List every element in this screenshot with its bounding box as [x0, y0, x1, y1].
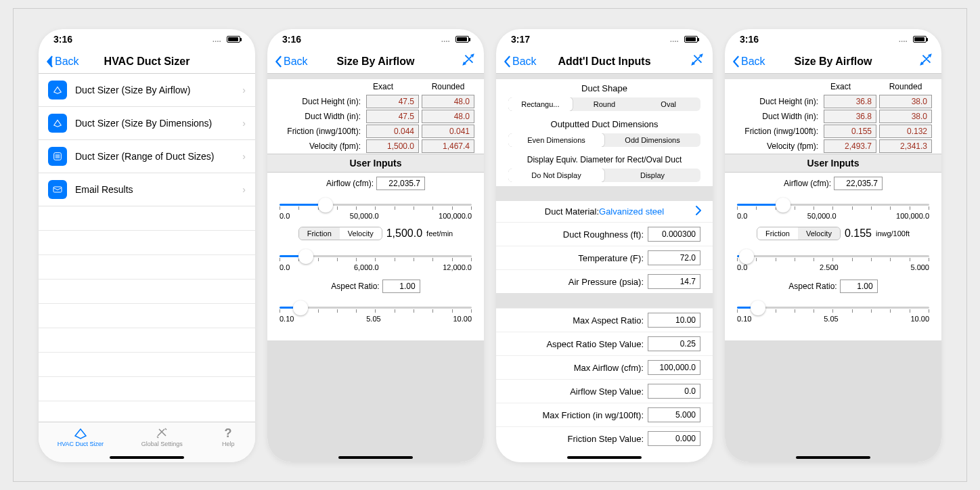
cell-signal-icon: ....	[213, 36, 221, 43]
fv-value-input[interactable]: 0.155	[845, 227, 872, 240]
nav-bar: Back Addt'l Duct Inputs	[496, 49, 713, 74]
empty-row	[39, 353, 255, 377]
page-title: Size By Airflow	[795, 55, 872, 68]
slider-labels: 0.10 5.05 10.00	[267, 315, 484, 323]
back-label: Back	[512, 55, 537, 68]
airflow-input[interactable]: 22,035.7	[834, 177, 883, 190]
aspect-ratio-input[interactable]: 1.00	[382, 280, 420, 293]
back-button[interactable]: Back	[732, 55, 765, 68]
menu-row-dimensions[interactable]: Duct Sizer (Size By Dimensions) ›	[39, 107, 255, 140]
airflow-slider[interactable]	[737, 196, 929, 210]
airflow-input[interactable]: 22,035.7	[376, 177, 425, 190]
aspect-ratio-slider[interactable]	[280, 298, 472, 313]
airflow-slider[interactable]	[280, 196, 472, 210]
friction-velocity-segment[interactable]: Friction Velocity	[298, 227, 382, 240]
result-label: Duct Width (in):	[277, 112, 363, 121]
seg-velocity[interactable]: Velocity	[340, 227, 382, 240]
aspect-ratio-slider[interactable]	[737, 298, 929, 313]
fv-slider[interactable]	[280, 247, 472, 262]
equiv-label: Display Equiv. Diameter for Rect/Oval Du…	[496, 151, 713, 167]
friction-step-input[interactable]: 0.000	[648, 431, 700, 446]
cell-signal-icon: ....	[441, 36, 450, 43]
tab-duct-sizer[interactable]: HVAC Duct Sizer	[58, 426, 104, 447]
tools-button[interactable]	[918, 52, 933, 70]
max-aspect-input[interactable]: 10.00	[648, 313, 700, 328]
result-exact: 2,493.7	[824, 139, 876, 153]
temperature-input[interactable]: 72.0	[648, 250, 700, 265]
slider-min: 0.0	[280, 263, 290, 271]
menu-row-email[interactable]: Email Results ›	[39, 173, 255, 206]
result-rounded: 0.041	[422, 125, 474, 138]
slider-max: 10.00	[453, 315, 472, 323]
nav-bar: Back HVAC Duct Sizer	[39, 49, 255, 74]
tab-global-settings[interactable]: Global Settings	[141, 426, 183, 447]
equiv-segment[interactable]: Do Not Display Display	[508, 169, 700, 182]
seg-display[interactable]: Display	[604, 169, 700, 182]
fv-slider[interactable]	[737, 247, 929, 262]
airflow-step-input[interactable]: 0.0	[648, 384, 700, 399]
max-friction-input[interactable]: 5.000	[648, 407, 700, 422]
seg-round[interactable]: Round	[573, 97, 637, 111]
back-label: Back	[741, 55, 765, 68]
back-button[interactable]: Back	[503, 55, 537, 68]
tools-button[interactable]	[461, 52, 476, 70]
result-label: Duct Height (in):	[734, 97, 821, 106]
seg-no-display[interactable]: Do Not Display	[508, 169, 604, 182]
slider-min: 0.0	[737, 212, 747, 220]
seg-even[interactable]: Even Dimensions	[508, 133, 604, 147]
back-button[interactable]: Back	[45, 55, 79, 68]
result-exact: 1,500.0	[366, 139, 419, 153]
col-exact: Exact	[818, 82, 863, 91]
duct-material-row[interactable]: Duct Material: Galvanized steel	[496, 201, 713, 222]
section-spacer	[496, 186, 713, 201]
col-exact: Exact	[361, 82, 405, 91]
aspect-step-input[interactable]: 0.25	[648, 336, 700, 351]
pressure-label: Air Pressure (psia):	[569, 277, 644, 287]
empty-row	[39, 377, 255, 401]
duct-shape-segment[interactable]: Rectangu... Round Oval	[508, 97, 700, 111]
menu-row-airflow[interactable]: Duct Sizer (Size By Airflow) ›	[39, 74, 255, 107]
result-label: Duct Height (in):	[277, 97, 363, 106]
menu-label: Email Results	[75, 184, 133, 195]
list-icon	[48, 147, 67, 166]
pressure-input[interactable]: 14.7	[648, 274, 700, 289]
col-rounded: Rounded	[883, 82, 928, 91]
result-rounded: 48.0	[422, 95, 474, 108]
col-rounded: Rounded	[426, 82, 470, 91]
seg-odd[interactable]: Odd Dimensions	[604, 133, 700, 147]
roughness-row: Duct Roughness (ft): 0.000300	[496, 222, 713, 246]
section-user-inputs: User Inputs	[267, 154, 484, 173]
slider-labels: 0.10 5.05 10.00	[725, 315, 941, 323]
empty-row	[39, 255, 255, 280]
result-exact: 0.155	[824, 125, 876, 138]
empty-row	[39, 328, 255, 353]
outdim-segment[interactable]: Even Dimensions Odd Dimensions	[508, 133, 700, 147]
aspect-ratio-input[interactable]: 1.00	[840, 280, 878, 293]
seg-oval[interactable]: Oval	[636, 97, 700, 111]
friction-velocity-segment[interactable]: Friction Velocity	[757, 227, 841, 240]
max-airflow-input[interactable]: 100,000.0	[648, 360, 700, 375]
tab-help[interactable]: ? Help	[220, 426, 236, 447]
seg-velocity[interactable]: Velocity	[798, 227, 840, 240]
tools-button[interactable]	[690, 52, 705, 70]
result-label: Friction (inwg/100ft):	[277, 127, 363, 136]
fv-value-input[interactable]: 1,500.0	[386, 227, 422, 240]
duct-icon	[48, 114, 67, 133]
aspect-ratio-row: Aspect Ratio: 1.00	[725, 275, 941, 294]
section-spacer	[267, 74, 484, 79]
airflow-label: Airflow (cfm):	[784, 179, 831, 188]
menu-label: Duct Sizer (Size By Airflow)	[75, 85, 190, 95]
seg-friction[interactable]: Friction	[757, 227, 798, 240]
slider-labels: 0.0 6,000.0 12,000.0	[267, 263, 484, 271]
nav-bar: Back Size By Airflow	[725, 49, 941, 74]
menu-row-range[interactable]: Duct Sizer (Range of Duct Sizes) ›	[39, 140, 255, 173]
airflow-input-row: Airflow (cfm): 22,035.7	[267, 173, 484, 192]
roughness-input[interactable]: 0.000300	[648, 227, 700, 242]
seg-friction[interactable]: Friction	[299, 227, 340, 240]
phone-screen-4: 3:16 .... Back Size By Airflow Exact Rou…	[725, 29, 941, 462]
chevron-right-icon	[695, 205, 702, 218]
seg-rectangular[interactable]: Rectangu...	[508, 97, 573, 111]
back-button[interactable]: Back	[274, 55, 308, 68]
result-rounded: 1,467.4	[422, 139, 474, 153]
slider-mid: 50,000.0	[807, 212, 837, 220]
